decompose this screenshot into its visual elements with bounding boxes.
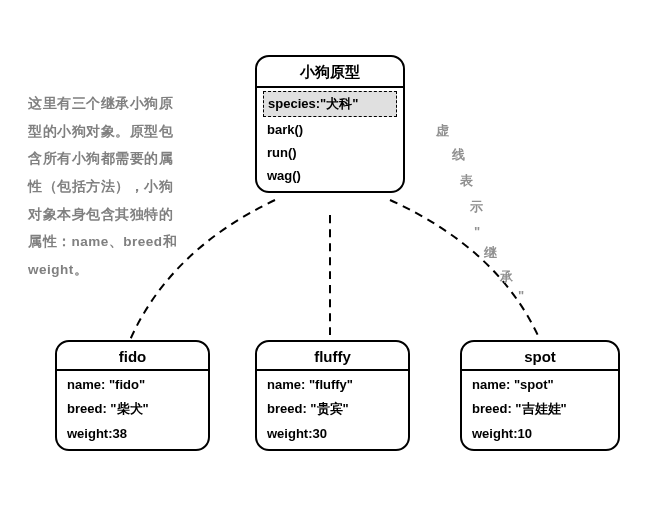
annotation-char-1: 线 [452,146,465,164]
prototype-row-wag: wag() [257,164,403,187]
instance-title-fluffy: fluffy [257,342,408,371]
instance-body-fido: name: "fido" breed: "柴犬" weight:38 [57,371,208,449]
instance-box-fluffy: fluffy name: "fluffy" breed: "贵宾" weight… [255,340,410,451]
annotation-char-2: 表 [460,172,473,190]
annotation-char-7: " [518,288,524,303]
instance-body-spot: name: "spot" breed: "吉娃娃" weight:10 [462,371,618,449]
diagram-canvas: 这里有三个继承小狗原型的小狗对象。原型包含所有小狗都需要的属性（包括方法），小狗… [0,0,662,508]
fido-row-breed: breed: "柴犬" [57,396,208,422]
prototype-row-bark: bark() [257,118,403,141]
spot-row-breed: breed: "吉娃娃" [462,396,618,422]
prototype-row-species: species:"犬科" [263,91,397,117]
fido-row-name: name: "fido" [57,373,208,396]
prototype-title: 小狗原型 [257,57,403,88]
annotation-char-3: 示 [470,198,483,216]
fluffy-row-weight: weight:30 [257,422,408,445]
fido-row-weight: weight:38 [57,422,208,445]
instance-body-fluffy: name: "fluffy" breed: "贵宾" weight:30 [257,371,408,449]
annotation-char-4: " [474,224,480,239]
annotation-char-5: 继 [484,244,497,262]
prototype-box: 小狗原型 species:"犬科" bark() run() wag() [255,55,405,193]
fluffy-row-breed: breed: "贵宾" [257,396,408,422]
annotation-char-6: 承 [500,268,513,286]
prototype-body: species:"犬科" bark() run() wag() [257,88,403,191]
instance-box-spot: spot name: "spot" breed: "吉娃娃" weight:10 [460,340,620,451]
spot-row-name: name: "spot" [462,373,618,396]
spot-row-weight: weight:10 [462,422,618,445]
caption-text: 这里有三个继承小狗原型的小狗对象。原型包含所有小狗都需要的属性（包括方法），小狗… [28,90,178,284]
link-proto-to-spot [390,200,540,340]
prototype-row-run: run() [257,141,403,164]
instance-title-spot: spot [462,342,618,371]
fluffy-row-name: name: "fluffy" [257,373,408,396]
instance-box-fido: fido name: "fido" breed: "柴犬" weight:38 [55,340,210,451]
annotation-char-0: 虚 [436,122,449,140]
instance-title-fido: fido [57,342,208,371]
